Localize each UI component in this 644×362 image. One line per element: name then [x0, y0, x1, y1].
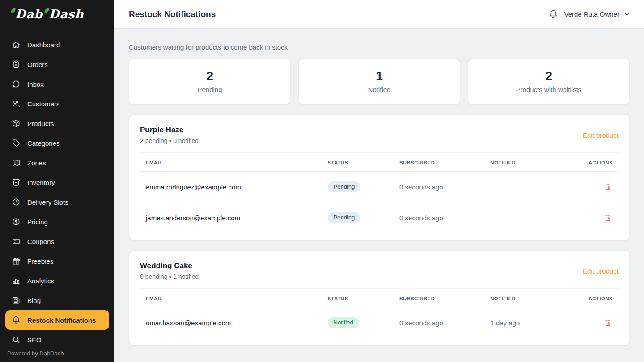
- sidebar-item-seo[interactable]: SEO: [5, 330, 109, 345]
- sidebar-item-label: Inbox: [27, 80, 44, 88]
- coupon-icon: [12, 237, 21, 246]
- sidebar-item-label: Dashboard: [27, 41, 60, 49]
- chevron-down-icon: [623, 11, 631, 18]
- sidebar-item-freebies[interactable]: Freebies: [5, 251, 109, 271]
- table-header-row: EMAIL STATUS SUBSCRIBED NOTIFIED ACTIONS: [140, 153, 619, 172]
- stats-row: 2 Pending 1 Notified 2 Products with wai…: [129, 59, 630, 105]
- main-area: Restock Notifications Verde Ruta Owner C…: [114, 0, 644, 362]
- edit-product-link[interactable]: Edit product: [583, 267, 619, 275]
- sidebar-item-zones[interactable]: Zones: [5, 153, 109, 173]
- product-name: Purple Haze: [140, 126, 199, 135]
- col-header-notified: NOTIFIED: [484, 153, 580, 172]
- user-menu[interactable]: Verde Ruta Owner: [564, 10, 631, 18]
- sidebar-item-label: Restock Notifications: [27, 316, 96, 324]
- row-email: omar.hassan@example.com: [140, 307, 322, 338]
- sidebar-item-categories[interactable]: Categories: [5, 133, 109, 153]
- stat-card-notified: 1 Notified: [298, 59, 460, 105]
- sidebar-item-label: Coupons: [27, 238, 54, 245]
- stat-value: 2: [134, 69, 286, 84]
- sidebar-item-inventory[interactable]: Inventory: [5, 173, 109, 192]
- content-area: Customers waiting for products to come b…: [114, 29, 644, 362]
- sidebar-item-restock-notifications[interactable]: Restock Notifications: [5, 310, 109, 330]
- col-header-subscribed: SUBSCRIBED: [394, 153, 484, 172]
- trash-icon: [604, 214, 612, 222]
- waitlist-table: EMAIL STATUS SUBSCRIBED NOTIFIED ACTIONS…: [140, 289, 619, 338]
- sidebar-item-label: Customers: [27, 100, 60, 108]
- sidebar-item-dashboard[interactable]: Dashboard: [5, 35, 109, 55]
- stat-value: 1: [303, 69, 455, 84]
- col-header-notified: NOTIFIED: [484, 289, 580, 307]
- sidebar-item-inbox[interactable]: Inbox: [5, 74, 109, 94]
- sidebar-item-customers[interactable]: Customers: [5, 94, 109, 114]
- clock-icon: [12, 198, 21, 206]
- top-header: Restock Notifications Verde Ruta Owner: [114, 0, 644, 29]
- waitlist-table: EMAIL STATUS SUBSCRIBED NOTIFIED ACTIONS…: [140, 153, 619, 233]
- stat-label: Products with waitlists: [473, 86, 625, 93]
- row-email: james.anderson@example.com: [140, 202, 322, 233]
- leaf-icon: [43, 7, 51, 14]
- sidebar-item-products[interactable]: Products: [5, 114, 109, 133]
- sidebar-item-coupons[interactable]: Coupons: [5, 232, 109, 251]
- edit-product-link[interactable]: Edit product: [583, 131, 619, 139]
- product-card-header: Purple Haze 2 pending • 0 notified Edit …: [140, 126, 619, 144]
- sidebar-item-label: Analytics: [27, 277, 54, 285]
- header-right: Verde Ruta Owner: [548, 9, 631, 19]
- col-header-subscribed: SUBSCRIBED: [394, 289, 484, 307]
- status-badge: Pending: [328, 181, 361, 192]
- col-header-actions: ACTIONS: [580, 289, 619, 307]
- stat-card-products-waitlists: 2 Products with waitlists: [468, 59, 630, 105]
- cube-icon: [12, 119, 21, 128]
- row-subscribed: 0 seconds ago: [394, 202, 484, 233]
- notification-bell-icon[interactable]: [548, 9, 558, 19]
- status-badge: Notified: [328, 317, 359, 328]
- logo-text-dab: Dab: [15, 8, 42, 20]
- row-notified: 1 day ago: [484, 307, 580, 338]
- product-summary: 0 pending • 1 notified: [140, 273, 199, 280]
- delete-button[interactable]: [603, 318, 613, 328]
- row-notified: —: [484, 202, 580, 233]
- product-card-purple-haze: Purple Haze 2 pending • 0 notified Edit …: [129, 114, 630, 240]
- users-icon: [12, 99, 21, 108]
- col-header-actions: ACTIONS: [580, 153, 619, 172]
- col-header-status: STATUS: [322, 153, 394, 172]
- sidebar-item-label: Inventory: [27, 179, 55, 186]
- leaf-icon: [9, 7, 17, 14]
- sidebar-item-label: SEO: [27, 336, 42, 344]
- sidebar-item-label: Zones: [27, 159, 46, 167]
- row-notified: —: [484, 172, 580, 202]
- status-badge: Pending: [328, 212, 361, 223]
- sidebar-item-label: Blog: [27, 297, 41, 304]
- logo-text-dash: Dash: [49, 8, 84, 20]
- page-title: Restock Notifications: [129, 9, 216, 19]
- sidebar-item-orders[interactable]: Orders: [5, 55, 109, 74]
- sidebar-item-label: Orders: [27, 61, 48, 68]
- sidebar-item-label: Delivery Slots: [27, 198, 68, 206]
- news-icon: [12, 296, 21, 305]
- map-icon: [12, 158, 21, 167]
- stat-label: Pending: [134, 86, 286, 93]
- brand-logo[interactable]: DabDash: [10, 8, 84, 20]
- product-card-header: Wedding Cake 0 pending • 1 notified Edit…: [140, 261, 619, 280]
- sidebar-item-delivery-slots[interactable]: Delivery Slots: [5, 192, 109, 212]
- sidebar-item-pricing[interactable]: Pricing: [5, 212, 109, 232]
- user-menu-label: Verde Ruta Owner: [564, 10, 619, 18]
- product-card-title-block: Purple Haze 2 pending • 0 notified: [140, 126, 199, 144]
- stat-value: 2: [473, 69, 625, 84]
- sidebar-item-analytics[interactable]: Analytics: [5, 271, 109, 290]
- sidebar-item-label: Products: [27, 120, 54, 127]
- product-card-title-block: Wedding Cake 0 pending • 1 notified: [140, 261, 199, 280]
- row-subscribed: 0 seconds ago: [394, 307, 484, 338]
- table-row: james.anderson@example.com Pending 0 sec…: [140, 202, 619, 233]
- product-name: Wedding Cake: [140, 261, 199, 270]
- trash-icon: [604, 183, 612, 191]
- delete-button[interactable]: [603, 213, 613, 223]
- sidebar-item-label: Pricing: [27, 218, 48, 226]
- product-summary: 2 pending • 0 notified: [140, 137, 199, 144]
- sidebar-item-label: Categories: [27, 139, 60, 147]
- sidebar-item-label: Freebies: [27, 257, 53, 265]
- archive-icon: [12, 178, 21, 187]
- sidebar-item-blog[interactable]: Blog: [5, 290, 109, 310]
- sidebar: DabDash Dashboard Orders Inbox Customers…: [0, 0, 114, 362]
- delete-button[interactable]: [603, 182, 613, 192]
- table-row: omar.hassan@example.com Notified 0 secon…: [140, 307, 619, 338]
